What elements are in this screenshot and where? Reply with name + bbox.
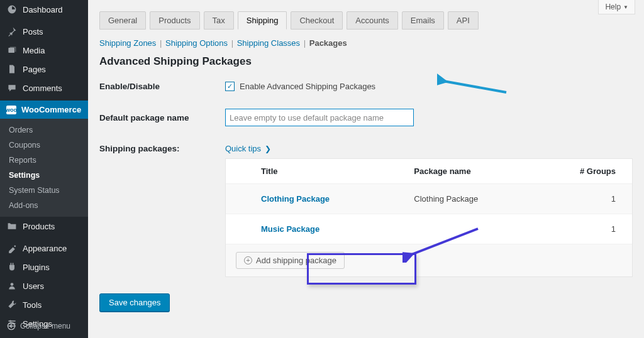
- pin-icon: [6, 26, 18, 36]
- woocommerce-icon: woo: [6, 106, 16, 114]
- sidebar-item-products[interactable]: Products: [0, 217, 88, 236]
- sidebar-item-label: Posts: [23, 27, 43, 36]
- svg-point-1: [11, 283, 14, 286]
- sidebar-item-plugins[interactable]: Plugins: [0, 258, 88, 276]
- default-name-label: Default package name: [99, 113, 225, 123]
- quick-tips-label: Quick tips: [225, 144, 261, 153]
- tab-emails[interactable]: Emails: [402, 11, 444, 30]
- sidebar-item-woocommerce[interactable]: woo WooCommerce: [0, 101, 88, 119]
- save-changes-button[interactable]: Save changes: [99, 293, 170, 312]
- svg-rect-0: [8, 48, 14, 53]
- th-groups: # Groups: [567, 166, 622, 176]
- tab-products[interactable]: Products: [150, 11, 199, 30]
- sidebar-item-label: Comments: [23, 84, 62, 93]
- collapse-icon: [6, 322, 16, 330]
- comment-icon: [6, 83, 18, 93]
- row-package-name: Clothing Package: [414, 194, 567, 204]
- th-package-name: Package name: [414, 166, 567, 176]
- appearance-icon: [6, 243, 18, 253]
- row-title-link[interactable]: Clothing Package: [261, 194, 414, 204]
- plus-circle-icon: +: [244, 256, 252, 264]
- sidebar-item-label: Pages: [23, 65, 46, 74]
- help-label: Help: [605, 3, 621, 11]
- plugin-icon: [6, 262, 18, 272]
- sidebar-item-label: WooCommerce: [21, 105, 81, 114]
- row-groups: 1: [567, 224, 622, 234]
- page-title: Advanced Shipping Packages: [99, 55, 633, 68]
- sidebar-item-label: Media: [23, 46, 45, 55]
- tab-shipping[interactable]: Shipping: [238, 11, 287, 30]
- sidebar-item-label: Tools: [23, 300, 42, 310]
- tab-tax[interactable]: Tax: [204, 11, 234, 30]
- submenu-item-add-ons[interactable]: Add-ons: [0, 198, 88, 213]
- enable-label: Enable/Disable: [99, 82, 225, 91]
- table-row[interactable]: Clothing Package Clothing Package 1: [226, 184, 632, 214]
- add-button-label: Add shipping package: [256, 256, 336, 265]
- submenu-item-reports[interactable]: Reports: [0, 153, 88, 168]
- help-tab[interactable]: Help ▼: [598, 0, 635, 14]
- sidebar-item-comments[interactable]: Comments: [0, 79, 88, 97]
- sidebar-item-posts[interactable]: Posts: [0, 22, 88, 41]
- row-title-link[interactable]: Music Package: [261, 224, 414, 234]
- add-shipping-package-button[interactable]: + Add shipping package: [236, 252, 345, 269]
- sidebar-item-tools[interactable]: Tools: [0, 295, 88, 314]
- submenu-item-coupons[interactable]: Coupons: [0, 138, 88, 153]
- collapse-label: Collapse menu: [20, 322, 70, 330]
- submenu-item-settings[interactable]: Settings: [0, 168, 88, 183]
- sidebar-item-dashboard[interactable]: Dashboard: [0, 0, 88, 19]
- users-icon: [6, 281, 18, 291]
- submenu-item-system-status[interactable]: System Status: [0, 183, 88, 198]
- sidebar-item-users[interactable]: Users: [0, 276, 88, 295]
- sidebar-item-media[interactable]: Media: [0, 41, 88, 60]
- page-icon: [6, 64, 18, 74]
- collapse-menu[interactable]: Collapse menu: [0, 318, 88, 334]
- sidebar-item-label: Plugins: [23, 263, 50, 272]
- chevron-right-icon: ❯: [265, 144, 271, 153]
- products-icon: [6, 221, 18, 231]
- subnav-classes[interactable]: Shipping Classes: [237, 38, 300, 48]
- chevron-down-icon: ▼: [623, 4, 628, 10]
- sidebar-item-label: Products: [23, 222, 55, 231]
- tools-icon: [6, 300, 18, 310]
- sidebar-item-label: Dashboard: [23, 5, 63, 14]
- default-name-input[interactable]: [225, 109, 414, 126]
- packages-table: Title Package name # Groups Clothing Pac…: [225, 158, 633, 277]
- table-row[interactable]: Music Package 1: [226, 214, 632, 244]
- submenu-item-orders[interactable]: Orders: [0, 123, 88, 138]
- subnav-options[interactable]: Shipping Options: [165, 38, 228, 48]
- quick-tips-link[interactable]: Quick tips ❯: [225, 144, 271, 153]
- enable-checkbox[interactable]: ✓: [225, 82, 235, 91]
- tab-general[interactable]: General: [99, 11, 146, 30]
- packages-label: Shipping packages:: [99, 144, 225, 153]
- tab-api[interactable]: API: [448, 11, 479, 30]
- th-title: Title: [261, 166, 414, 176]
- tab-checkout[interactable]: Checkout: [291, 11, 343, 30]
- sidebar-item-label: Appearance: [23, 244, 67, 253]
- subnav-packages[interactable]: Packages: [309, 38, 347, 48]
- svg-point-8: [8, 322, 14, 329]
- sidebar-item-appearance[interactable]: Appearance: [0, 239, 88, 258]
- enable-checkbox-label: Enable Advanced Shipping Packages: [240, 82, 375, 91]
- sidebar-item-label: Users: [23, 281, 44, 291]
- tab-accounts[interactable]: Accounts: [347, 11, 397, 30]
- row-groups: 1: [567, 194, 622, 204]
- media-icon: [6, 45, 18, 55]
- sidebar-item-pages[interactable]: Pages: [0, 60, 88, 79]
- dashboard-icon: [6, 4, 18, 14]
- subnav-zones[interactable]: Shipping Zones: [99, 38, 156, 48]
